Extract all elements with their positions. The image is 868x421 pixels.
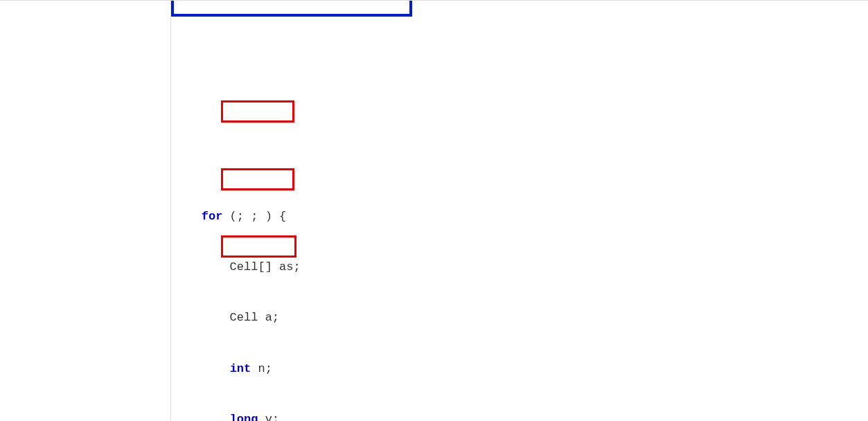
red-highlight-case1: [221, 100, 294, 123]
keyword-int: int: [230, 362, 251, 375]
code-line: for (; ; ) {: [173, 208, 868, 225]
code-line: long v;: [173, 411, 868, 421]
code-line: int n;: [173, 361, 868, 377]
code-block: for (; ; ) { Cell[] as; Cell a; int n; l…: [0, 0, 868, 421]
code-line: Cell[] as;: [173, 259, 868, 276]
red-highlight-case3: [221, 235, 296, 258]
keyword-for: for: [202, 210, 223, 223]
red-highlight-case2: [221, 168, 294, 190]
gutter-line: [170, 1, 171, 421]
blue-highlight-for: [171, 1, 412, 17]
code-line: Cell a;: [173, 310, 868, 326]
keyword-long: long: [230, 413, 258, 421]
